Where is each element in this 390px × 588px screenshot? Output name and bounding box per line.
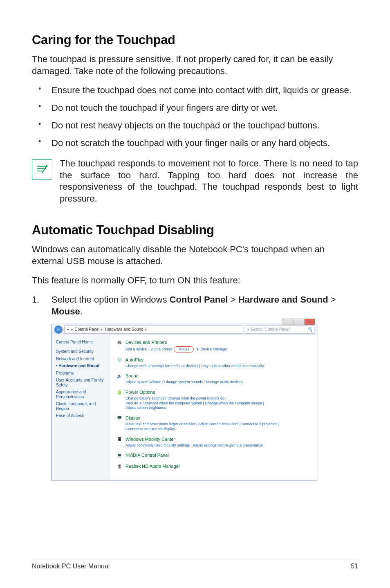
- realtek-link[interactable]: Realtek HD Audio Manager: [126, 464, 180, 469]
- autoplay-icon: 💿: [116, 356, 123, 364]
- display-icon: 🖥️: [116, 414, 123, 422]
- mobility-sublinks[interactable]: Adjust commonly used mobility settings |…: [126, 443, 311, 448]
- sidebar-item[interactable]: Clock, Language, and Region: [55, 400, 106, 412]
- search-input[interactable]: ▾ Search Control Panel🔍: [245, 325, 314, 334]
- breadcrumb-root-icon: «: [67, 327, 69, 332]
- precaution-item: Do not touch the touchpad if your finger…: [32, 102, 358, 114]
- sidebar-item[interactable]: User Accounts and Family Safety: [55, 377, 106, 388]
- mouse-link-highlighted[interactable]: Mouse: [174, 346, 194, 352]
- nvidia-icon: 💻: [116, 451, 123, 459]
- window-controls: [282, 319, 315, 325]
- control-panel-main: 🖨️ Devices and Printers Add a device| Ad…: [110, 335, 317, 480]
- precaution-list: Ensure the touchpad does not come into c…: [32, 84, 358, 149]
- search-icon: 🔍: [307, 327, 312, 332]
- control-panel-screenshot: ← « ▸ Control Panel ▸ Hardware and Sound…: [52, 324, 317, 481]
- sound-link[interactable]: Sound: [126, 373, 139, 378]
- precaution-item: Do not rest heavy objects on the touchpa…: [32, 119, 358, 131]
- note-text: The touchpad responds to movement not to…: [60, 158, 358, 204]
- power-icon: 🔋: [116, 388, 123, 396]
- sidebar-item[interactable]: Programs: [55, 370, 106, 377]
- mobility-icon: 📱: [116, 435, 123, 443]
- page-number: 51: [351, 563, 358, 570]
- autoplay-sublinks[interactable]: Change default settings for media or dev…: [126, 364, 311, 369]
- sidebar-item[interactable]: System and Security: [55, 348, 106, 355]
- sidebar-item-active[interactable]: Hardware and Sound: [55, 362, 106, 370]
- para-auto-1: Windows can automatically disable the No…: [32, 243, 358, 267]
- breadcrumb[interactable]: « ▸ Control Panel ▸ Hardware and Sound ▸: [64, 325, 243, 334]
- footer-title: Notebook PC User Manual: [32, 563, 110, 570]
- realtek-icon: 🎚️: [116, 462, 123, 470]
- sidebar-item[interactable]: Network and Internet: [55, 355, 106, 363]
- note-icon: [32, 159, 52, 180]
- add-device-link[interactable]: Add a device: [126, 347, 147, 351]
- control-panel-sidebar: Control Panel Home System and Security N…: [52, 335, 110, 480]
- sidebar-item[interactable]: Ease of Access: [55, 412, 106, 420]
- nvidia-link[interactable]: NVIDIA Control Panel: [126, 453, 169, 458]
- mobility-center-link[interactable]: Windows Mobility Center: [126, 437, 175, 442]
- autoplay-link[interactable]: AutoPlay: [126, 357, 143, 362]
- heading-auto-disable: Automatic Touchpad Disabling: [32, 223, 358, 238]
- precaution-item: Ensure the touchpad does not come into c…: [32, 84, 358, 96]
- heading-caring: Caring for the Touchpad: [32, 33, 358, 47]
- sidebar-item[interactable]: Appearance and Personalization: [55, 388, 106, 400]
- note-block: The touchpad responds to movement not to…: [32, 158, 358, 204]
- breadcrumb-item[interactable]: Hardware and Sound: [105, 327, 143, 332]
- display-sublinks[interactable]: Make text and other items larger or smal…: [126, 422, 311, 431]
- display-link[interactable]: Display: [126, 415, 140, 420]
- sound-icon: 🔊: [116, 372, 123, 379]
- sidebar-item[interactable]: Control Panel Home: [55, 339, 106, 346]
- power-sublinks[interactable]: Change battery settings | Change what th…: [126, 396, 311, 411]
- power-options-link[interactable]: Power Options: [126, 390, 155, 395]
- breadcrumb-item[interactable]: Control Panel: [75, 327, 100, 332]
- back-button[interactable]: ←: [54, 325, 63, 334]
- precaution-item: Do not scratch the touchpad with your fi…: [32, 137, 358, 149]
- add-printer-link[interactable]: Add a printer: [151, 347, 172, 351]
- sound-sublinks[interactable]: Adjust system volume | Change system sou…: [126, 380, 311, 385]
- devices-icon: 🖨️: [116, 339, 123, 346]
- intro-caring: The touchpad is pressure sensitive. If n…: [32, 53, 358, 77]
- para-auto-2: This feature is normally OFF, to turn ON…: [32, 274, 358, 286]
- page-footer: Notebook PC User Manual 51: [32, 559, 358, 570]
- device-manager-link[interactable]: Device Manager: [201, 347, 228, 351]
- steps-list: Select the option in Windows Control Pan…: [32, 294, 358, 317]
- devices-and-printers-link[interactable]: Devices and Printers: [126, 340, 167, 345]
- step-1: Select the option in Windows Control Pan…: [32, 294, 358, 317]
